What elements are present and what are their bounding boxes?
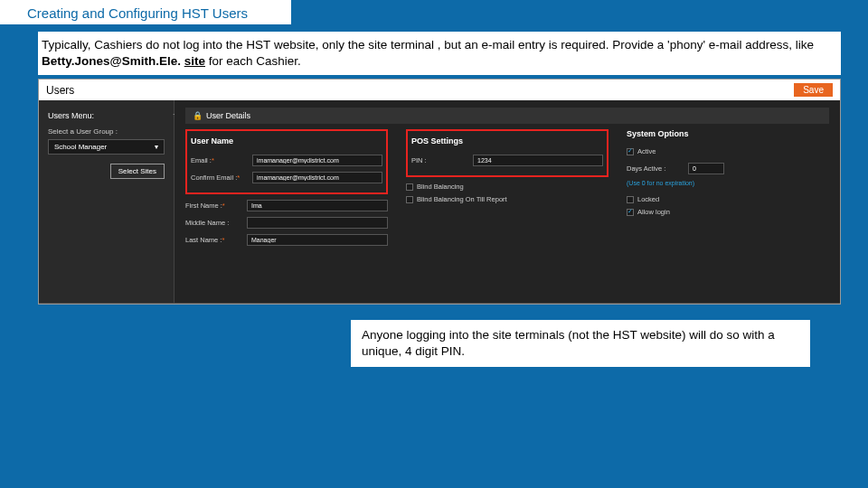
last-name-field[interactable] [247,234,388,246]
days-hint: (Use 0 for no expiration) [627,180,829,186]
first-name-field[interactable] [247,200,388,211]
highlight-box-pos: POS Settings PIN : [406,129,609,177]
chevron-down-icon: ▾ [155,143,158,151]
user-group-label: Select a User Group : [48,127,165,136]
select-sites-button[interactable]: Select Sites [110,164,165,179]
pos-settings-column: POS Settings PIN : Blind Balancing Blind… [406,129,609,251]
lock-icon: 🔒 [193,111,203,120]
pin-label: PIN : [411,156,467,164]
email-label: Email :* [191,156,247,164]
app-header-title: Users [46,84,74,97]
pin-field[interactable] [473,155,603,166]
system-options-column: System Options Active Days Active : (Use… [627,129,829,251]
sidebar-menu-title: Users Menu: [48,111,165,120]
user-group-dropdown[interactable]: School Manager ▾ [48,139,165,155]
users-sidebar: Users Menu: Select a User Group : School… [39,100,175,303]
section-system: System Options [627,129,829,140]
confirm-email-label: Confirm Email :* [191,174,247,182]
app-header: Users Save [39,80,840,100]
user-name-column: User Name Email :* Confirm Email :* Firs… [185,129,388,251]
middle-name-field[interactable] [247,217,388,229]
page-title: Creating and Configuring HST Users [0,0,291,24]
email-field[interactable] [252,155,382,166]
days-active-label: Days Active : [627,164,683,173]
callout-text: Anyone logging into the site terminals (… [351,320,810,367]
confirm-email-field[interactable] [252,172,382,183]
section-pos: POS Settings [411,136,603,147]
locked-checkbox[interactable]: Locked [627,195,829,203]
blind-balancing-checkbox[interactable]: Blind Balancing [406,183,609,191]
instruction-text: Typically, Cashiers do not log into the … [38,32,841,75]
days-active-field[interactable] [688,163,724,174]
user-details-panel: 🔒 User Details User Name Email :* Confir… [175,100,840,303]
last-name-label: Last Name :* [185,236,241,244]
panel-header: 🔒 User Details [185,108,829,124]
allow-login-checkbox[interactable]: Allow login [627,208,829,216]
section-user-name: User Name [191,136,382,147]
highlight-box-username: User Name Email :* Confirm Email :* [185,129,388,194]
save-button[interactable]: Save [794,83,833,97]
first-name-label: First Name :* [185,202,241,210]
middle-name-label: Middle Name : [185,219,241,227]
active-checkbox[interactable]: Active [627,147,829,155]
users-app-window: Users Save + Users Menu: Select a User G… [38,79,841,305]
blind-balancing-till-checkbox[interactable]: Blind Balancing On Till Report [406,195,609,203]
